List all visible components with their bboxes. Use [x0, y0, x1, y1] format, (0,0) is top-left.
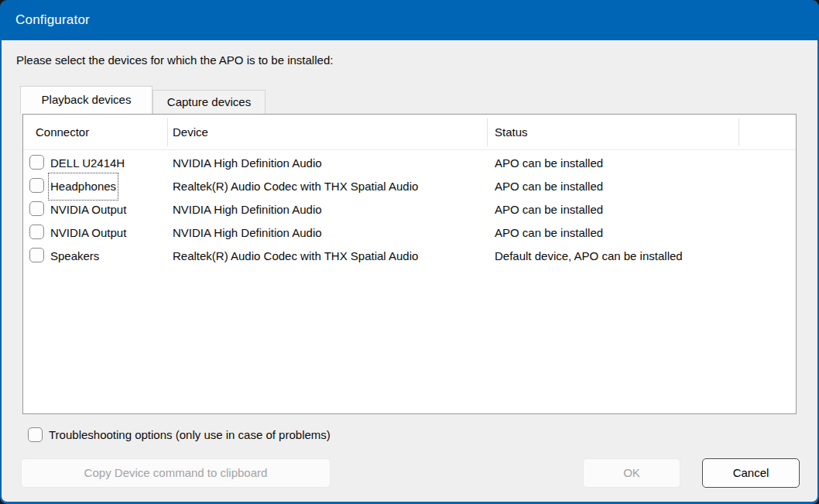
tab-playback-devices-label: Playback devices [42, 93, 132, 106]
column-divider [167, 118, 168, 146]
cell-status: APO can be installed [495, 152, 603, 175]
tab-playback-devices[interactable]: Playback devices [20, 86, 152, 114]
cell-status: Default device, APO can be installed [495, 245, 683, 268]
device-list-header: Connector Device Status [23, 115, 796, 150]
ok-button[interactable]: OK [583, 458, 680, 488]
cell-device: Realtek(R) Audio Codec with THX Spatial … [173, 175, 418, 198]
table-row[interactable]: NVIDIA Output NVIDIA High Definition Aud… [23, 221, 796, 245]
table-row[interactable]: Headphones Realtek(R) Audio Codec with T… [23, 175, 796, 198]
table-row[interactable]: NVIDIA Output NVIDIA High Definition Aud… [23, 198, 796, 221]
tab-capture-devices[interactable]: Capture devices [152, 90, 266, 114]
cell-connector-focused: Headphones [50, 175, 116, 198]
column-header-status[interactable]: Status [495, 115, 528, 150]
column-divider [738, 118, 739, 146]
row-checkbox[interactable] [29, 248, 44, 262]
cell-status: APO can be installed [495, 221, 603, 245]
cell-connector: DELL U2414H [50, 152, 125, 175]
column-header-device[interactable]: Device [173, 115, 208, 150]
window-title: Configurator [15, 12, 90, 28]
cell-connector: NVIDIA Output [50, 198, 126, 221]
cell-connector: Speakers [50, 245, 99, 268]
cell-device: NVIDIA High Definition Audio [173, 152, 322, 175]
copy-device-command-label: Copy Device command to clipboard [84, 466, 268, 479]
ok-button-label: OK [623, 466, 640, 479]
cell-device: NVIDIA High Definition Audio [173, 221, 322, 245]
tab-capture-devices-label: Capture devices [167, 95, 251, 108]
dialog-body: Please select the devices for which the … [2, 40, 817, 502]
row-checkbox[interactable] [29, 225, 44, 239]
cell-device: Realtek(R) Audio Codec with THX Spatial … [173, 245, 418, 268]
cancel-button[interactable]: Cancel [702, 458, 800, 488]
cell-device: NVIDIA High Definition Audio [173, 198, 322, 221]
row-checkbox[interactable] [29, 155, 44, 170]
troubleshooting-option[interactable]: Troubleshooting options (only use in cas… [28, 426, 331, 443]
cell-status: APO can be installed [495, 198, 603, 221]
configurator-dialog: Configurator Please select the devices f… [0, 0, 819, 504]
device-list-rows: DELL U2414H NVIDIA High Definition Audio… [23, 152, 796, 268]
table-row[interactable]: Speakers Realtek(R) Audio Codec with THX… [23, 245, 796, 268]
row-checkbox[interactable] [29, 201, 44, 216]
row-checkbox[interactable] [29, 178, 44, 193]
column-header-connector[interactable]: Connector [36, 115, 89, 150]
copy-device-command-button[interactable]: Copy Device command to clipboard [21, 458, 331, 488]
device-list: Connector Device Status DELL U2414H NVID… [22, 114, 797, 414]
table-row[interactable]: DELL U2414H NVIDIA High Definition Audio… [23, 152, 796, 175]
instruction-text: Please select the devices for which the … [16, 53, 333, 67]
title-bar[interactable]: Configurator [0, 0, 819, 40]
cell-connector: NVIDIA Output [50, 221, 126, 245]
column-divider [487, 118, 488, 146]
troubleshooting-checkbox[interactable] [28, 427, 43, 442]
header-divider [23, 149, 796, 150]
troubleshooting-label: Troubleshooting options (only use in cas… [49, 428, 331, 441]
cell-status: APO can be installed [495, 175, 603, 198]
cancel-button-label: Cancel [733, 466, 769, 479]
